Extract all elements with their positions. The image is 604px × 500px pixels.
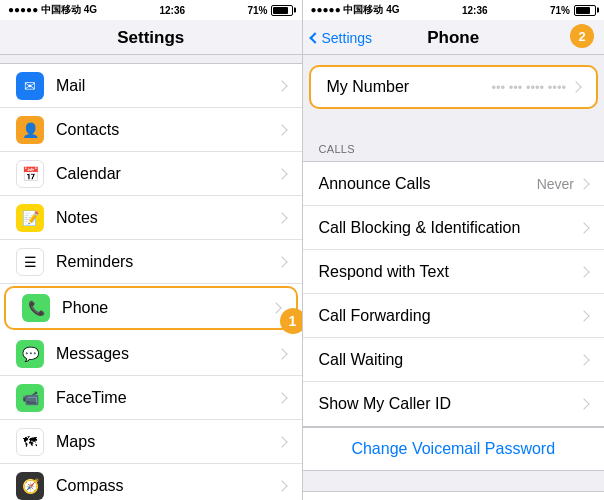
phone-nav-title: Phone (427, 28, 479, 48)
chevron-facetime (276, 392, 287, 403)
mail-icon: ✉ (16, 72, 44, 100)
compass-label: Compass (56, 477, 278, 495)
caller-id-label: Show My Caller ID (319, 395, 581, 413)
chevron-announce (578, 178, 589, 189)
dial-assist-section: Dial Assist Dial assist automatically de… (303, 491, 605, 500)
back-label: Settings (322, 30, 373, 46)
time-left: 12:36 (160, 5, 186, 16)
calls-list-group: Announce Calls Never Call Blocking & Ide… (303, 161, 605, 427)
phone-settings-panel: ●●●●● 中国移动 4G 12:36 71% Settings Phone 2… (303, 0, 605, 500)
step-badge-1: 1 (280, 308, 302, 334)
calls-section: CALLS Announce Calls Never Call Blocking… (303, 129, 605, 427)
contacts-icon: 👤 (16, 116, 44, 144)
facetime-icon: 📹 (16, 384, 44, 412)
calls-item-caller-id[interactable]: Show My Caller ID (303, 382, 605, 426)
status-bar-right: ●●●●● 中国移动 4G 12:36 71% (303, 0, 605, 20)
phone-label: Phone (62, 299, 272, 317)
facetime-label: FaceTime (56, 389, 278, 407)
call-blocking-label: Call Blocking & Identification (319, 219, 581, 237)
chevron-phone (270, 302, 281, 313)
signal-left: ●●●●● 中国移动 4G (8, 3, 97, 17)
chevron-messages (276, 348, 287, 359)
announce-calls-label: Announce Calls (319, 175, 537, 193)
chevron-caller-id (578, 398, 589, 409)
step-badge-2: 2 (570, 24, 594, 48)
back-button[interactable]: Settings (311, 30, 373, 46)
settings-item-compass[interactable]: 🧭 Compass (0, 464, 302, 500)
contacts-label: Contacts (56, 121, 278, 139)
settings-item-notes[interactable]: 📝 Notes (0, 196, 302, 240)
battery-right: 71% (550, 5, 596, 16)
status-bar-left: ●●●●● 中国移动 4G 12:36 71% (0, 0, 302, 20)
reminders-label: Reminders (56, 253, 278, 271)
chevron-calendar (276, 168, 287, 179)
settings-title: Settings (117, 28, 184, 47)
messages-label: Messages (56, 345, 278, 363)
respond-text-label: Respond with Text (319, 263, 581, 281)
voicemail-link[interactable]: Change Voicemail Password (303, 427, 605, 471)
voicemail-link-text: Change Voicemail Password (351, 440, 555, 458)
settings-item-maps[interactable]: 🗺 Maps (0, 420, 302, 464)
time-right: 12:36 (462, 5, 488, 16)
battery-icon-right (574, 5, 596, 16)
my-number-row[interactable]: My Number ••• ••• •••• •••• (309, 65, 599, 109)
chevron-respond (578, 266, 589, 277)
settings-item-calendar[interactable]: 📅 Calendar (0, 152, 302, 196)
phone-icon: 📞 (22, 294, 50, 322)
signal-right: ●●●●● 中国移动 4G (311, 3, 400, 17)
calls-item-announce[interactable]: Announce Calls Never (303, 162, 605, 206)
calls-section-header: CALLS (303, 129, 605, 161)
reminders-icon: ☰ (16, 248, 44, 276)
chevron-reminders (276, 256, 287, 267)
settings-item-messages[interactable]: 💬 Messages (0, 332, 302, 376)
call-waiting-label: Call Waiting (319, 351, 581, 369)
phone-nav-bar: Settings Phone 2 (303, 20, 605, 55)
chevron-forwarding (578, 310, 589, 321)
my-number-value: ••• ••• •••• •••• (491, 80, 566, 95)
notes-label: Notes (56, 209, 278, 227)
chevron-maps (276, 436, 287, 447)
settings-item-mail[interactable]: ✉ Mail (0, 64, 302, 108)
messages-icon: 💬 (16, 340, 44, 368)
mail-label: Mail (56, 77, 278, 95)
calls-item-respond-text[interactable]: Respond with Text (303, 250, 605, 294)
settings-item-phone[interactable]: 📞 Phone 1 (4, 286, 298, 330)
settings-item-contacts[interactable]: 👤 Contacts (0, 108, 302, 152)
settings-items-group: ✉ Mail 👤 Contacts 📅 Calendar (0, 63, 302, 500)
settings-panel: ●●●●● 中国移动 4G 12:36 71% Settings ✉ Mail … (0, 0, 303, 500)
dial-assist-row: Dial Assist (303, 491, 605, 500)
settings-list: ✉ Mail 👤 Contacts 📅 Calendar (0, 55, 302, 500)
chevron-left-icon (309, 32, 320, 43)
battery-left: 71% (247, 5, 293, 16)
my-number-label: My Number (327, 78, 492, 96)
notes-icon: 📝 (16, 204, 44, 232)
calls-item-waiting[interactable]: Call Waiting (303, 338, 605, 382)
chevron-my-number (570, 81, 581, 92)
chevron-blocking (578, 222, 589, 233)
chevron-waiting (578, 354, 589, 365)
settings-item-facetime[interactable]: 📹 FaceTime (0, 376, 302, 420)
phone-settings-content: My Number ••• ••• •••• •••• CALLS Announ… (303, 55, 605, 500)
battery-icon-left (271, 5, 293, 16)
calls-item-forwarding[interactable]: Call Forwarding (303, 294, 605, 338)
call-forwarding-label: Call Forwarding (319, 307, 581, 325)
settings-nav-bar: Settings (0, 20, 302, 55)
maps-label: Maps (56, 433, 278, 451)
chevron-compass (276, 480, 287, 491)
settings-item-reminders[interactable]: ☰ Reminders (0, 240, 302, 284)
calls-item-blocking[interactable]: Call Blocking & Identification (303, 206, 605, 250)
calendar-icon: 📅 (16, 160, 44, 188)
announce-calls-value: Never (537, 176, 574, 192)
chevron-contacts (276, 124, 287, 135)
chevron-notes (276, 212, 287, 223)
maps-icon: 🗺 (16, 428, 44, 456)
calendar-label: Calendar (56, 165, 278, 183)
compass-icon: 🧭 (16, 472, 44, 500)
chevron-mail (276, 80, 287, 91)
